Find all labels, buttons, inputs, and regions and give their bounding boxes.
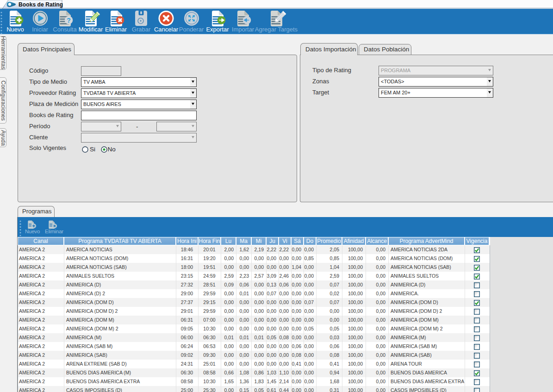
svg-text:?: ? <box>67 17 71 24</box>
